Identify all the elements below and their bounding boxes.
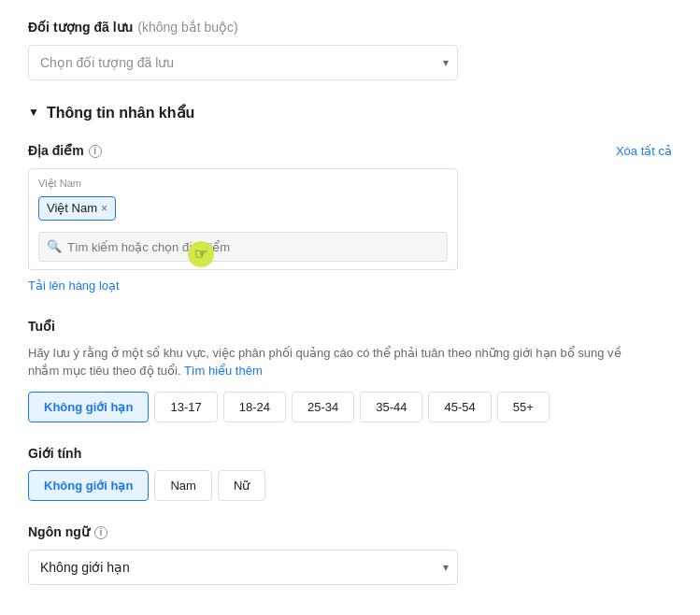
gender-label-text: Giới tính: [28, 445, 81, 464]
age-label-text: Tuổi: [28, 318, 55, 336]
gender-section: Giới tính Không giới hạn Nam Nữ: [28, 445, 672, 502]
location-label-text: Địa điểm: [28, 142, 84, 161]
age-section: Tuổi Hãy lưu ý rằng ở một số khu vực, vi…: [28, 318, 672, 422]
location-search-icon: 🔍: [47, 238, 62, 255]
gender-field-label: Giới tính: [28, 445, 672, 464]
saved-audience-optional: (không bắt buộc): [137, 19, 238, 37]
gender-option-no-limit[interactable]: Không giới hạn: [28, 470, 149, 501]
gender-option-female[interactable]: Nữ: [218, 470, 265, 501]
location-search-wrapper[interactable]: 🔍: [38, 232, 448, 262]
demographic-section-title: Thông tin nhân khẩu: [47, 103, 194, 123]
age-option-no-limit[interactable]: Không giới hạn: [28, 392, 149, 422]
saved-audience-select[interactable]: Chọn đối tượng đã lưu: [28, 45, 458, 80]
demographic-arrow-icon: ▼: [28, 105, 39, 121]
language-label-text: Ngôn ngữ: [28, 523, 90, 542]
saved-audience-label-text: Đối tượng đã lưu: [28, 19, 133, 37]
location-group-label: Việt Nam: [38, 177, 448, 191]
location-clear-all-link[interactable]: Xóa tất cả: [616, 143, 672, 160]
bulk-upload-link[interactable]: Tải lên hàng loạt: [28, 278, 120, 294]
age-learn-more-link[interactable]: Tìm hiểu thêm: [184, 364, 263, 378]
saved-audience-dropdown-wrapper: Chọn đối tượng đã lưu ▾: [28, 45, 458, 80]
age-option-18-24[interactable]: 18-24: [223, 392, 286, 422]
saved-audience-section: Đối tượng đã lưu (không bắt buộc) Chọn đ…: [28, 19, 672, 80]
saved-audience-label: Đối tượng đã lưu (không bắt buộc): [28, 19, 672, 37]
age-option-35-44[interactable]: 35-44: [360, 392, 422, 422]
language-field-label: Ngôn ngữ i: [28, 523, 672, 542]
location-field-label: Địa điểm i Xóa tất cả: [28, 142, 672, 161]
language-dropdown-wrapper: Không giới hạn ▾: [28, 550, 458, 585]
language-select[interactable]: Không giới hạn: [28, 550, 458, 585]
gender-options-group: Không giới hạn Nam Nữ: [28, 470, 672, 501]
age-field-label: Tuổi: [28, 318, 672, 336]
location-box: Việt Nam Việt Nam × 🔍 ☞: [28, 168, 458, 271]
age-note: Hãy lưu ý rằng ở một số khu vực, việc ph…: [28, 344, 626, 380]
age-options-group: Không giới hạn 13-17 18-24 25-34 35-44 4…: [28, 392, 672, 422]
age-option-25-34[interactable]: 25-34: [292, 392, 354, 422]
location-tag-text: Việt Nam: [47, 200, 97, 217]
demographic-section-header[interactable]: ▼ Thông tin nhân khẩu: [28, 103, 672, 123]
age-option-45-54[interactable]: 45-54: [428, 392, 491, 422]
location-tag: Việt Nam ×: [38, 196, 116, 221]
language-section: Ngôn ngữ i Không giới hạn ▾: [28, 523, 672, 585]
location-section: Địa điểm i Xóa tất cả Việt Nam Việt Nam …: [28, 142, 672, 295]
age-option-13-17[interactable]: 13-17: [154, 392, 217, 422]
gender-option-male[interactable]: Nam: [154, 470, 211, 501]
age-option-55plus[interactable]: 55+: [497, 392, 550, 422]
location-info-icon[interactable]: i: [89, 145, 102, 158]
location-tag-remove-icon[interactable]: ×: [101, 201, 107, 217]
language-info-icon[interactable]: i: [94, 526, 107, 539]
location-search-input[interactable]: [67, 240, 439, 254]
